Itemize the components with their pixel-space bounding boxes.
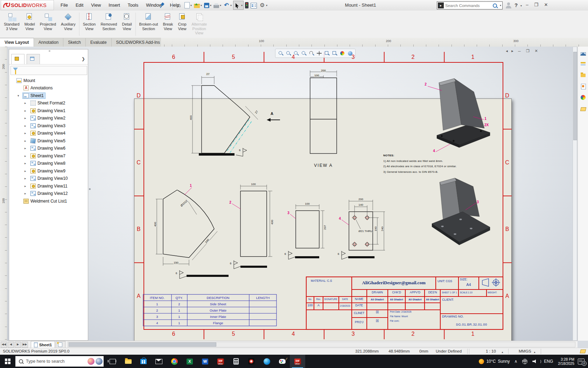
file-explorer-icon[interactable] [580, 72, 586, 78]
tab-annotation[interactable]: Annotation [34, 38, 63, 47]
prev-sheet-button[interactable]: ◀ [8, 342, 14, 348]
taskbar-search-box[interactable]: Type here to search [15, 356, 104, 367]
dropdown-arrow-icon[interactable]: ▾ [230, 4, 232, 7]
menu-view[interactable]: View [87, 0, 105, 11]
tree-item-sheet-format2[interactable]: ▸Sheet Format2 [9, 100, 88, 107]
previous-view-icon[interactable] [293, 50, 299, 56]
expand-arrow-icon[interactable]: ▸ [24, 192, 29, 195]
expand-arrow-icon[interactable]: ▸ [24, 101, 29, 105]
print-button[interactable]: ▾ [213, 1, 222, 9]
tree-item-drawing-view12[interactable]: ▸Drawing View12 [9, 190, 88, 197]
horizontal-scrollbar[interactable] [68, 342, 575, 347]
expand-arrow-icon[interactable]: ▸ [24, 177, 29, 180]
settings-button[interactable]: ⚙▾ [258, 1, 268, 9]
home-icon[interactable] [580, 49, 586, 56]
doc-close-button[interactable]: ✕ [533, 49, 539, 53]
rotate-view-icon[interactable] [308, 50, 315, 56]
dropdown-arrow-icon[interactable]: ▾ [220, 4, 221, 7]
search-input[interactable]: Search Commands [445, 4, 493, 8]
zoom-to-fit-icon[interactable] [278, 50, 284, 56]
home-button[interactable]: ⌂ [175, 1, 183, 9]
expand-arrow-icon[interactable]: ▸ [24, 146, 29, 150]
display-style-icon[interactable] [324, 50, 330, 56]
file-explorer-button[interactable] [120, 355, 136, 368]
search-dropdown-icon[interactable]: ▾ [500, 4, 501, 7]
sheet-scale-selector[interactable]: 1 : 10 [486, 348, 496, 355]
add-sheet-button[interactable] [56, 341, 65, 348]
tree-item-annotations[interactable]: Annotations [9, 84, 88, 92]
doc-minimize-button[interactable]: ─ [516, 49, 523, 53]
select-button[interactable]: ▾ [233, 1, 244, 10]
pin-icon[interactable] [160, 2, 164, 7]
hidden-icons-chevron[interactable]: ∧ [514, 359, 517, 364]
edit-appearance-icon[interactable] [339, 50, 345, 56]
view-palette-icon[interactable] [580, 83, 586, 89]
weather-temp[interactable]: 10°C [486, 359, 496, 364]
ribbon-model-view[interactable]: ModelView [22, 11, 37, 38]
mail-button[interactable] [151, 355, 167, 368]
dropdown-arrow-icon[interactable]: ▾ [210, 4, 211, 7]
expand-arrow-icon[interactable]: ▾ [18, 94, 22, 97]
undo-button[interactable]: ↶▾ [223, 1, 232, 9]
language-indicator[interactable]: ENG [544, 359, 553, 364]
ribbon-break-view[interactable]: BreakView [160, 11, 175, 38]
dropdown-arrow-icon[interactable]: ▾ [201, 4, 202, 7]
expand-arrow-icon[interactable]: ▸ [24, 184, 29, 188]
tree-item-drawing-view7[interactable]: ▸Drawing View7 [9, 152, 88, 159]
ribbon-auxiliary-view[interactable]: AuxiliaryView [58, 11, 78, 38]
microsoft-store-button[interactable] [136, 355, 151, 368]
expand-arrow-icon[interactable]: ▸ [24, 154, 29, 158]
chrome-button[interactable] [167, 355, 182, 368]
notification-center-button[interactable]: 2 [578, 359, 584, 364]
units-selector[interactable]: MMGS [519, 348, 531, 355]
tree-item-drawing-view4[interactable]: ▸Drawing View4 [9, 130, 88, 137]
edge-button[interactable] [259, 355, 274, 368]
expand-arrow-icon[interactable]: ▸ [24, 139, 29, 143]
expand-arrow-icon[interactable]: ▸ [24, 124, 29, 128]
tab-sketch[interactable]: Sketch [63, 38, 86, 47]
tag-icon[interactable] [580, 349, 586, 353]
hide-show-items-icon[interactable] [331, 50, 338, 56]
clock[interactable]: 3:28 PM 2/18/2025 [558, 357, 574, 366]
expand-arrow-icon[interactable]: ▸ [24, 162, 29, 165]
calculator-button[interactable] [228, 355, 244, 368]
menu-edit[interactable]: Edit [72, 0, 87, 11]
tree-item-drawing-view3[interactable]: ▸Drawing View3 [9, 122, 88, 129]
custom-properties-icon[interactable] [580, 105, 586, 112]
restore-button[interactable]: ❐ [532, 0, 540, 10]
ribbon-projected-view[interactable]: ProjectedView [37, 11, 58, 38]
help-dropdown-icon[interactable]: ▾ [520, 4, 522, 7]
tree-item-weldment-cut-list1[interactable]: Weldment Cut List1 [9, 197, 88, 205]
tree-item-drawing-view6[interactable]: ▸Drawing View6 [9, 145, 88, 152]
solidworks-active-button[interactable]: SW [290, 355, 305, 368]
pan-icon[interactable] [316, 50, 322, 56]
tree-item-drawing-view11[interactable]: ▸Drawing View11 [9, 182, 88, 190]
paint3d-button[interactable] [274, 355, 290, 368]
start-button[interactable] [0, 355, 15, 368]
recorder-button[interactable] [244, 355, 259, 368]
solidworks-button[interactable]: SW [213, 355, 228, 368]
section-view-icon[interactable] [301, 50, 307, 56]
vertical-scrollbar-thumb[interactable] [573, 52, 577, 140]
panel-splitter[interactable] [88, 47, 91, 341]
last-sheet-button[interactable]: ▶▶ [22, 342, 28, 348]
ribbon-standard-3-view[interactable]: Standard3 View [1, 11, 22, 38]
ribbon-removed-section[interactable]: RemovedSection [98, 11, 119, 38]
tree-item-drawing-view5[interactable]: ▸Drawing View5 [9, 137, 88, 144]
menu-tools[interactable]: Tools [124, 0, 142, 11]
vertical-scrollbar[interactable] [573, 47, 577, 341]
design-library-icon[interactable] [580, 61, 586, 67]
tree-item-drawing-view2[interactable]: ▸Drawing View2 [9, 115, 88, 122]
options-list-button[interactable] [250, 1, 258, 9]
user-account-icon[interactable] [505, 2, 512, 8]
tab-evaluate[interactable]: Evaluate [86, 38, 112, 47]
volume-icon[interactable] [532, 360, 537, 363]
expand-arrow-icon[interactable]: ▸ [24, 116, 29, 120]
tree-item-drawing-view8[interactable]: ▸Drawing View8 [9, 160, 88, 167]
expand-arrow-icon[interactable]: ▸ [24, 169, 29, 173]
expand-arrow-icon[interactable]: ▸ [24, 131, 29, 135]
scroll-left-icon[interactable]: ◂ [505, 49, 509, 53]
ribbon-detail-view[interactable]: DetailView [119, 11, 134, 38]
ribbon-crop-view[interactable]: CropView [175, 11, 189, 38]
search-icon[interactable] [493, 4, 497, 8]
